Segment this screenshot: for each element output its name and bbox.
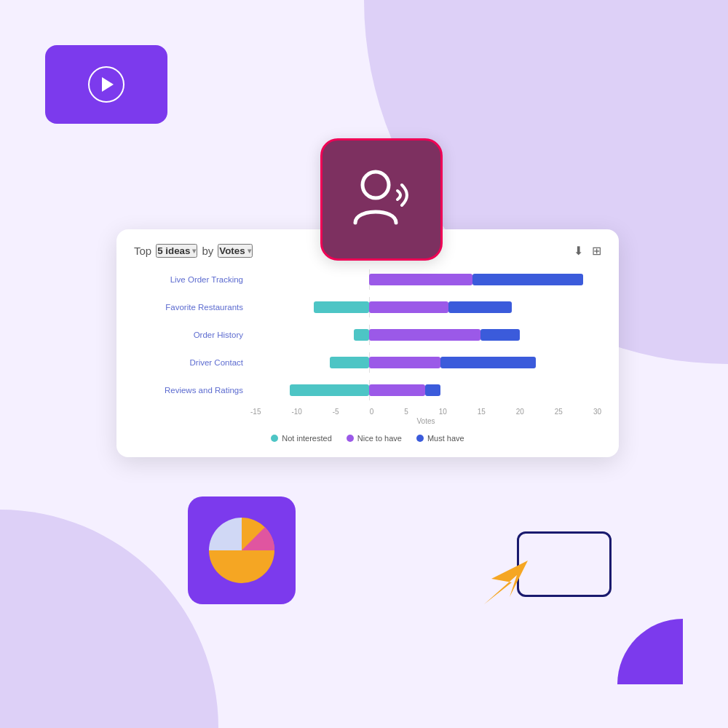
bar-area (250, 380, 601, 400)
chart-card: Top 5 ideas ▾ by Votes ▾ ⬇ ⊞ Live Order … (116, 229, 619, 457)
legend-dot (416, 435, 424, 442)
table-row: Reviews and Ratings (134, 380, 601, 400)
bar-label: Reviews and Ratings (134, 386, 250, 395)
bar-area (250, 297, 601, 317)
table-row: Favorite Restaurants (134, 297, 601, 317)
pie-chart-icon (205, 514, 278, 587)
bar-nice-to-have (369, 274, 472, 285)
legend-item: Must have (416, 434, 464, 443)
cursor-decoration (517, 531, 612, 597)
bar-nice-to-have (369, 301, 448, 313)
bar-nice-to-have (369, 357, 440, 368)
legend-item: Not interested (271, 434, 331, 443)
grid-icon[interactable]: ⊞ (592, 244, 601, 258)
bar-not-interested (314, 301, 369, 313)
chart-legend: Not interestedNice to haveMust have (134, 434, 601, 443)
bar-label: Order History (134, 331, 250, 339)
bar-area (250, 269, 601, 290)
bar-label: Live Order Tracking (134, 275, 250, 284)
svg-marker-1 (484, 561, 528, 604)
quarter-circle-decoration (617, 619, 683, 684)
x-axis-label: 30 (593, 408, 601, 416)
bar-label: Driver Contact (134, 358, 250, 367)
user-voice-icon (345, 163, 418, 236)
top-label: Top (134, 245, 151, 257)
x-axis-label: -15 (250, 408, 261, 416)
votes-chevron-icon: ▾ (248, 247, 251, 255)
play-card[interactable] (45, 45, 167, 124)
x-axis-label: -5 (333, 408, 339, 416)
pie-chart-card[interactable] (188, 496, 296, 604)
table-row: Order History (134, 325, 601, 345)
bar-not-interested (354, 329, 370, 341)
svg-point-0 (363, 172, 389, 198)
cursor-arrow-icon (477, 553, 535, 612)
bar-must-have (425, 384, 441, 396)
bg-blob-bottom-left (0, 510, 218, 728)
play-triangle-icon (102, 77, 114, 92)
legend-dot (271, 435, 278, 442)
x-axis: -15-10-5051015202530 (134, 408, 601, 416)
bar-not-interested (290, 384, 369, 396)
bar-must-have (480, 329, 520, 341)
table-row: Live Order Tracking (134, 269, 601, 290)
legend-label: Not interested (282, 434, 331, 443)
votes-dropdown[interactable]: Votes ▾ (218, 244, 252, 258)
download-icon[interactable]: ⬇ (574, 244, 583, 258)
x-axis-label: -10 (291, 408, 301, 416)
x-axis-label: 15 (478, 408, 486, 416)
x-axis-label: 5 (404, 408, 408, 416)
legend-item: Nice to have (347, 434, 402, 443)
legend-label: Must have (427, 434, 464, 443)
ideas-dropdown[interactable]: 5 ideas ▾ (156, 244, 197, 258)
chart-header-left: Top 5 ideas ▾ by Votes ▾ (134, 244, 253, 258)
x-axis-label: 20 (516, 408, 524, 416)
x-axis-label: 25 (555, 408, 563, 416)
x-axis-title: Votes (134, 417, 601, 425)
bar-not-interested (330, 357, 369, 368)
by-label: by (202, 245, 213, 257)
bar-must-have (448, 301, 512, 313)
bar-must-have (440, 357, 536, 368)
bar-nice-to-have (369, 329, 480, 341)
table-row: Driver Contact (134, 352, 601, 373)
bar-nice-to-have (369, 384, 424, 396)
bar-label: Favorite Restaurants (134, 303, 250, 312)
chart-header-right: ⬇ ⊞ (574, 244, 601, 258)
legend-label: Nice to have (357, 434, 402, 443)
bar-must-have (472, 274, 583, 285)
legend-dot (347, 435, 354, 442)
x-axis-labels: -15-10-5051015202530 (250, 408, 601, 416)
x-axis-label: 10 (439, 408, 447, 416)
play-icon-circle (88, 66, 124, 103)
x-axis-label: 0 (370, 408, 374, 416)
ideas-chevron-icon: ▾ (192, 247, 196, 255)
user-voice-card[interactable] (320, 138, 443, 261)
bar-chart: Live Order TrackingFavorite RestaurantsO… (134, 269, 601, 400)
bar-area (250, 325, 601, 345)
bar-area (250, 352, 601, 373)
